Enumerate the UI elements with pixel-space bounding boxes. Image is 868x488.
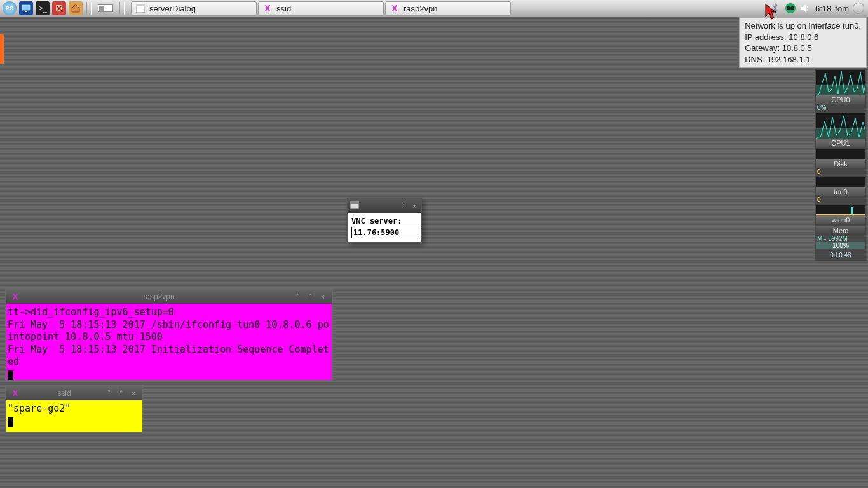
start-menu-icon[interactable]: PC — [3, 1, 17, 15]
system-monitor: CPU0 0% CPU1 Disk 0 tun0 0 wlan0 Mem M -… — [815, 69, 867, 261]
logout-icon[interactable] — [853, 3, 864, 14]
vnc-server-input[interactable] — [351, 227, 417, 238]
maximize-icon[interactable]: ˄ — [306, 292, 316, 301]
task-label: ssid — [276, 4, 291, 13]
mem-detail: M - 5992M — [816, 235, 865, 242]
network-manager-icon[interactable] — [785, 3, 796, 14]
terminal-titlebar[interactable]: X ssid ˅ ˄ × — [6, 386, 142, 400]
notif-line: IP address: 10.8.0.6 — [745, 32, 861, 43]
terminal-titlebar[interactable]: X rasp2vpn ˅ ˄ × — [6, 290, 332, 304]
notif-line: Gateway: 10.8.0.5 — [745, 43, 861, 54]
task-serverdialog[interactable]: serverDialog — [131, 1, 257, 16]
mem-label: Mem — [816, 226, 865, 235]
dialog-body: VNC server: — [348, 213, 421, 242]
terminal-text: tt->did_ifconfig_ipv6_setup=0 Fri May 5 … — [8, 306, 329, 367]
disk-label: Disk — [816, 159, 865, 168]
wlan0-monitor: wlan0 — [815, 205, 866, 226]
utility-icon[interactable] — [52, 1, 66, 15]
taskbar-separator — [86, 2, 92, 15]
cursor-icon — [8, 417, 13, 427]
svg-point-6 — [787, 6, 790, 10]
svg-rect-11 — [350, 201, 359, 204]
cpu1-label: CPU1 — [816, 139, 865, 147]
bluetooth-icon[interactable] — [770, 3, 781, 14]
taskbar-right: 6:18 tom — [770, 3, 868, 14]
task-rasp2vpn[interactable]: X rasp2vpn — [385, 1, 511, 16]
maximize-icon[interactable]: ˄ — [398, 201, 407, 210]
wlan0-label: wlan0 — [816, 215, 865, 224]
maximize-icon[interactable]: ˄ — [116, 389, 126, 398]
task-ssid[interactable]: X ssid — [258, 1, 384, 16]
vnc-prompt: VNC server: — [351, 217, 417, 226]
notif-line: Network is up on interface tun0. — [745, 20, 861, 32]
svg-point-7 — [790, 6, 794, 10]
cpu1-monitor: CPU1 — [815, 112, 866, 149]
close-icon[interactable]: × — [410, 201, 419, 210]
xterm-icon: X — [262, 3, 273, 13]
cpu0-label: CPU0 — [816, 95, 865, 104]
tun0-monitor: tun0 0 — [815, 177, 866, 205]
terminal-text: "spare-go2" — [8, 403, 71, 414]
cpu0-monitor: CPU0 0% — [815, 69, 866, 112]
xterm-icon: X — [10, 292, 20, 302]
taskbar: PC >_ serverDialog X ssid X rasp2vpn — [0, 0, 868, 17]
taskbar-separator — [119, 2, 125, 15]
rasp2vpn-terminal[interactable]: X rasp2vpn ˅ ˄ × tt->did_ifconfig_ipv6_s… — [5, 288, 333, 381]
ssid-terminal[interactable]: X ssid ˅ ˄ × "spare-go2" — [5, 385, 144, 433]
task-label: serverDialog — [149, 4, 196, 13]
notif-line: DNS: 192.168.1.1 — [745, 54, 861, 65]
tun0-val: 0 — [816, 196, 865, 203]
uptime: 0d 0:48 — [815, 250, 866, 261]
monitor-icon[interactable] — [19, 1, 33, 15]
mem-pct: 100% — [816, 242, 865, 249]
svg-rect-9 — [851, 207, 853, 214]
cursor-icon — [8, 370, 13, 380]
terminal-body[interactable]: tt->did_ifconfig_ipv6_setup=0 Fri May 5 … — [6, 304, 332, 380]
minimize-icon[interactable]: ˅ — [294, 292, 304, 301]
svg-rect-8 — [816, 214, 865, 215]
cpu0-pct: 0% — [816, 104, 865, 111]
file-manager-icon[interactable] — [69, 1, 83, 15]
network-notification: Network is up on interface tun0. IP addr… — [739, 17, 867, 68]
dialog-titlebar[interactable]: ˄ × — [348, 199, 421, 213]
clock[interactable]: 6:18 — [815, 4, 831, 13]
vnc-server-dialog[interactable]: ˄ × VNC server: — [347, 198, 422, 243]
task-label: rasp2vpn — [403, 4, 437, 13]
xterm-icon: X — [10, 388, 20, 398]
window-icon — [135, 3, 146, 13]
disk-val: 0 — [816, 168, 865, 175]
svg-rect-0 — [22, 5, 30, 10]
taskbar-launcher-icons: PC >_ — [0, 0, 128, 17]
terminal-title: ssid — [24, 389, 104, 398]
xterm-icon: X — [390, 3, 400, 13]
close-icon[interactable]: × — [128, 389, 139, 398]
disk-monitor: Disk 0 — [815, 149, 866, 177]
terminal-title: rasp2vpn — [24, 292, 294, 301]
svg-rect-1 — [25, 11, 27, 12]
mem-monitor: Mem M - 5992M 100% — [815, 226, 866, 250]
terminal-body[interactable]: "spare-go2" — [6, 400, 142, 432]
task-buttons: serverDialog X ssid X rasp2vpn — [131, 1, 511, 16]
volume-icon[interactable] — [800, 3, 811, 14]
minimize-icon[interactable]: ˅ — [104, 389, 114, 398]
svg-rect-4 — [136, 4, 145, 6]
tun0-label: tun0 — [816, 187, 865, 196]
close-icon[interactable]: × — [318, 292, 328, 301]
window-icon — [350, 200, 359, 212]
show-desktop-icon[interactable] — [98, 4, 113, 12]
user-label: tom — [835, 4, 849, 13]
terminal-icon[interactable]: >_ — [36, 1, 50, 15]
accent-bar — [0, 34, 4, 64]
